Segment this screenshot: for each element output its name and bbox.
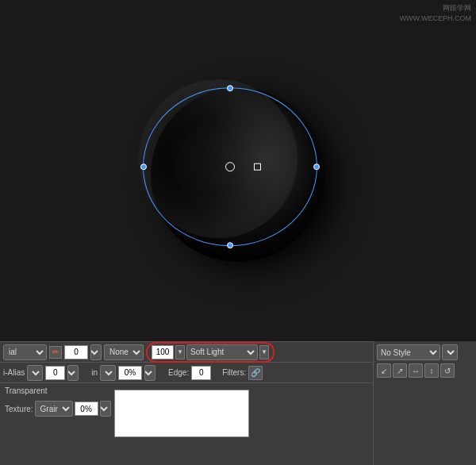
watermark-line2: WWW.WECEPH.COM xyxy=(400,13,472,24)
antialias-select[interactable]: ▼ xyxy=(27,365,43,381)
pin-arrow[interactable]: ▼ xyxy=(144,365,155,381)
icon-save[interactable]: ↙ xyxy=(377,363,391,378)
right-panel: No Style ▼ ↙ ↗ ↔ ↕ ↺ xyxy=(373,341,476,465)
icon-flip-h[interactable]: ↔ xyxy=(409,363,423,378)
texture-label: Texture: xyxy=(5,405,33,413)
style-arrow[interactable]: ▼ xyxy=(442,344,458,360)
edge-input[interactable] xyxy=(191,366,211,380)
left-column: Transparent Texture: Grain ▼ xyxy=(5,386,111,417)
gradient-type-select[interactable]: ial xyxy=(3,344,47,360)
handle-bottom[interactable] xyxy=(227,242,233,248)
antialias-label: i-Alias xyxy=(3,368,25,377)
selection-ellipse[interactable] xyxy=(143,87,317,246)
sphere-container xyxy=(135,71,341,278)
pin-select[interactable]: ▼ xyxy=(100,365,116,381)
icon-load[interactable]: ↗ xyxy=(393,363,407,378)
center-handle[interactable] xyxy=(225,162,235,171)
texture-value-input[interactable] xyxy=(75,402,98,416)
icon-flip-v[interactable]: ↕ xyxy=(424,363,439,378)
texture-type-select[interactable]: Grain xyxy=(35,401,73,417)
handle-left[interactable] xyxy=(140,163,147,170)
edge-label: Edge: xyxy=(168,368,189,377)
antialias-arrow[interactable]: ▼ xyxy=(67,365,79,381)
filter-btn-1[interactable]: 🔗 xyxy=(248,366,263,380)
handle-top[interactable] xyxy=(227,85,233,91)
pencil-icon[interactable]: ✏ xyxy=(49,346,62,359)
preview-box xyxy=(114,390,249,437)
pin-label: in xyxy=(91,368,98,377)
square-handle[interactable] xyxy=(254,163,261,171)
canvas: 网眼学网 WWW.WECEPH.COM xyxy=(0,0,476,341)
blend-section: ▼ Soft Light ▼ xyxy=(146,342,274,363)
opacity-input[interactable] xyxy=(152,345,174,359)
blend-arrow[interactable]: ▼ xyxy=(259,345,269,359)
handle-right[interactable] xyxy=(313,163,320,170)
right-panel-row2: ↙ ↗ ↔ ↕ ↺ xyxy=(377,363,473,378)
right-panel-row1: No Style ▼ xyxy=(377,344,473,360)
transparent-label: Transparent xyxy=(5,386,111,395)
texture-arrow[interactable]: ▼ xyxy=(100,401,111,417)
angle-arrow[interactable]: ▼ xyxy=(90,344,102,360)
texture-row: Texture: Grain ▼ xyxy=(5,401,111,417)
none-select[interactable]: None xyxy=(104,344,144,360)
icon-rotate[interactable]: ↺ xyxy=(440,363,455,378)
filters-label: Filters: xyxy=(222,368,246,377)
blend-mode-select[interactable]: Soft Light xyxy=(186,344,258,360)
filters-icons: 🔗 xyxy=(248,366,263,380)
no-style-select[interactable]: No Style xyxy=(377,344,440,360)
watermark: 网眼学网 WWW.WECEPH.COM xyxy=(400,3,472,24)
opacity-arrow[interactable]: ▼ xyxy=(175,345,185,359)
angle-input[interactable] xyxy=(64,345,88,359)
antialias-input[interactable] xyxy=(45,366,65,380)
pin-input[interactable] xyxy=(118,366,142,380)
watermark-line1: 网眼学网 xyxy=(400,3,472,13)
